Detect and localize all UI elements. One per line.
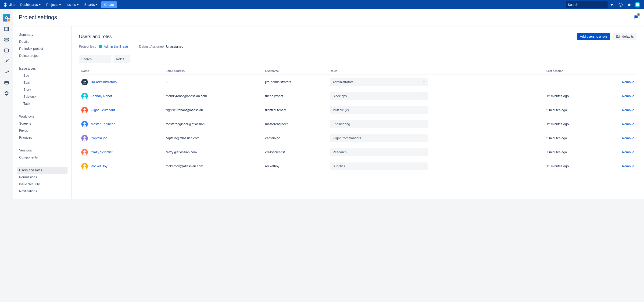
last-session-cell <box>544 75 601 89</box>
nav-dashboards[interactable]: Dashboards <box>18 2 43 8</box>
remove-link[interactable]: Remove <box>601 145 636 159</box>
role-select[interactable]: Black ops <box>330 92 428 100</box>
sidebar-item-sub-task[interactable]: Sub-task <box>17 93 68 100</box>
sidebar-item-permissions[interactable]: Permissions <box>17 174 68 181</box>
last-session-cell: 7 minutes ago <box>544 145 601 159</box>
remove-link[interactable]: Remove <box>601 75 636 89</box>
sidebar-item-task[interactable]: Task <box>17 100 68 107</box>
svg-rect-13 <box>5 82 9 84</box>
sidebar-item-versions[interactable]: Versions <box>17 147 68 154</box>
feedback-icon[interactable] <box>608 1 616 8</box>
sidebar-item-workflows[interactable]: Workflows <box>17 113 68 120</box>
remove-link[interactable]: Remove <box>601 131 636 145</box>
sidebar-item-priorities[interactable]: Priorities <box>17 134 68 141</box>
sidebar-item-notifications[interactable]: Notifications <box>17 188 68 195</box>
search-input[interactable] <box>568 3 609 6</box>
role-select[interactable]: Research <box>330 148 428 156</box>
help-icon[interactable] <box>617 1 624 8</box>
svg-point-19 <box>85 81 86 82</box>
user-name-link[interactable]: Crazy Scientist <box>91 150 112 154</box>
sidebar-item-bug[interactable]: Bug <box>17 72 68 79</box>
username-cell: crazyscientist <box>263 145 327 159</box>
sidebar-item-details[interactable]: Details <box>17 38 68 45</box>
role-select[interactable]: Flight Commanders <box>330 134 428 142</box>
rail-pages-icon[interactable] <box>3 47 10 54</box>
user-search[interactable] <box>79 55 111 63</box>
group-icon <box>81 79 88 85</box>
gear-icon <box>627 2 631 7</box>
remove-link[interactable]: Remove <box>601 159 636 173</box>
sidebar-item-issue-security[interactable]: Issue Security <box>17 181 68 188</box>
nav-boards[interactable]: Boards <box>82 2 99 8</box>
sidebar-item-users-and-roles[interactable]: Users and roles <box>17 167 68 174</box>
nav-projects[interactable]: Projects <box>44 2 63 8</box>
last-session-cell: 12 minutes ago <box>544 117 601 131</box>
roles-filter[interactable]: Roles <box>114 55 130 63</box>
sidebar-item-story[interactable]: Story <box>17 86 68 93</box>
feedback-badge: 1 <box>637 13 640 16</box>
username-cell: flightlieutenant <box>263 103 327 117</box>
sidebar-item-screens[interactable]: Screens <box>17 120 68 127</box>
megaphone-icon <box>610 2 614 7</box>
rail-settings-icon[interactable] <box>3 90 10 97</box>
rail-backlog-icon[interactable] <box>3 36 10 43</box>
chevron-down-icon <box>39 4 41 5</box>
rail-reports-icon[interactable] <box>3 69 10 75</box>
rail-releases-icon[interactable] <box>3 58 10 64</box>
svg-point-25 <box>84 164 86 167</box>
sidebar-item-delete-project[interactable]: Delete project <box>17 52 68 59</box>
table-row: Crazy Scientistcrazy@atlassian.comcrazys… <box>79 145 636 159</box>
rail-issues-icon[interactable] <box>3 80 10 86</box>
svg-rect-6 <box>5 27 9 31</box>
sidebar-heading-issue-types: Issue types <box>17 65 68 72</box>
remove-link[interactable]: Remove <box>601 103 636 117</box>
default-assignee-value: Unassigned <box>166 45 184 48</box>
role-select[interactable]: Multiple (2) <box>330 106 428 114</box>
settings-icon[interactable] <box>625 1 633 8</box>
user-name-link[interactable]: Captain joe <box>91 136 107 140</box>
user-avatar-icon <box>81 121 88 128</box>
svg-rect-10 <box>5 40 9 41</box>
profile-avatar[interactable] <box>634 1 641 8</box>
sidebar-item-components[interactable]: Components <box>17 154 68 161</box>
sidebar-item-re-index-project[interactable]: Re-index project <box>17 45 68 52</box>
global-search[interactable] <box>566 1 608 8</box>
user-name-link[interactable]: Rocket Boy <box>91 164 108 168</box>
create-button[interactable]: Create <box>101 2 116 8</box>
rail-board-icon[interactable] <box>3 26 10 32</box>
remove-link[interactable]: Remove <box>601 89 636 103</box>
sidebar-item-fields[interactable]: Fields <box>17 127 68 134</box>
role-select[interactable]: Engineering <box>330 120 428 128</box>
table-row: Rocket Boyrocketboy@atlassian.comrocketb… <box>79 159 636 173</box>
eye-icon <box>4 16 9 20</box>
question-icon <box>618 2 623 7</box>
left-rail <box>0 9 13 200</box>
last-session-cell: 12 minutes ago <box>544 89 601 103</box>
project-lead-link[interactable]: Admin the Brave <box>98 45 128 48</box>
nav-issues[interactable]: Issues <box>65 2 80 8</box>
feedback-button[interactable]: 1 <box>634 15 638 20</box>
page-title: Project settings <box>19 14 57 20</box>
sidebar-item-epic[interactable]: Epic <box>17 79 68 86</box>
username-cell: friendlyrobot <box>263 89 327 103</box>
remove-link[interactable]: Remove <box>601 117 636 131</box>
user-name-link[interactable]: jira-administrators <box>91 80 116 84</box>
section-title: Users and roles <box>79 34 112 39</box>
edit-defaults-button[interactable]: Edit defaults <box>613 33 636 40</box>
add-users-button[interactable]: Add users to a role <box>577 33 610 40</box>
sidebar-divider <box>17 110 68 110</box>
svg-rect-11 <box>5 49 9 52</box>
role-select[interactable]: Administrators <box>330 78 428 86</box>
email-cell: crazy@atlassian.com <box>163 145 263 159</box>
jira-logo[interactable]: Jira <box>3 2 15 7</box>
chevron-down-icon <box>423 166 425 167</box>
chevron-down-icon <box>59 4 61 5</box>
sidebar-item-summary[interactable]: Summary <box>17 31 68 38</box>
role-select[interactable]: Supplies <box>330 162 428 170</box>
user-name-link[interactable]: Master Engineer <box>91 122 115 126</box>
svg-point-15 <box>6 93 7 94</box>
user-name-link[interactable]: Friendly Robot <box>91 94 112 98</box>
project-avatar-icon[interactable] <box>3 14 10 22</box>
svg-point-18 <box>84 81 85 82</box>
user-name-link[interactable]: Flight Lieutenant <box>91 108 115 112</box>
